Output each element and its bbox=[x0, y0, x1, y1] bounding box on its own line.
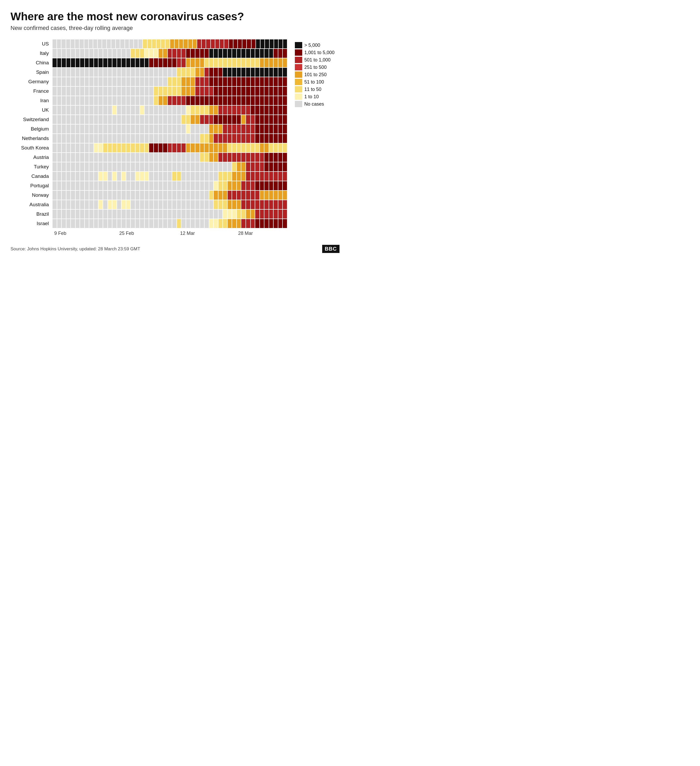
heatmap-cell bbox=[126, 191, 131, 199]
heatmap-cell bbox=[283, 115, 287, 124]
heatmap-cell bbox=[200, 162, 204, 171]
heatmap-cell bbox=[140, 181, 144, 190]
heatmap-cell bbox=[209, 106, 213, 114]
heatmap-cell bbox=[209, 181, 213, 190]
heatmap-cell bbox=[168, 106, 172, 114]
heatmap-cell bbox=[246, 219, 250, 228]
heatmap-cell bbox=[122, 115, 126, 124]
heatmap-cell bbox=[122, 191, 126, 199]
heatmap-cell bbox=[112, 87, 117, 96]
heatmap-cell bbox=[66, 77, 71, 86]
heatmap-cell bbox=[200, 172, 204, 181]
heatmap-cell bbox=[172, 49, 177, 58]
heatmap-cell bbox=[241, 210, 245, 218]
heatmap-cell bbox=[255, 58, 259, 67]
heatmap-cell bbox=[182, 172, 186, 181]
heatmap-cell bbox=[122, 172, 126, 181]
heatmap-cell bbox=[57, 172, 62, 181]
heatmap-cell bbox=[163, 115, 167, 124]
heatmap-cell bbox=[66, 115, 71, 124]
heatmap-cell bbox=[108, 77, 112, 86]
heatmap-cell bbox=[246, 134, 250, 143]
heatmap-cell bbox=[89, 191, 93, 199]
heatmap-cell bbox=[246, 106, 250, 114]
heatmap-cell bbox=[52, 134, 57, 143]
row-country-label: China bbox=[11, 60, 52, 66]
heatmap-cell bbox=[62, 219, 66, 228]
heatmap-cell bbox=[154, 115, 158, 124]
heatmap-cell bbox=[112, 153, 117, 162]
legend-label: 101 to 250 bbox=[304, 72, 327, 78]
heatmap-cell bbox=[122, 210, 126, 218]
heatmap-cell bbox=[89, 200, 93, 209]
heatmap-cell bbox=[76, 125, 80, 133]
heatmap-cell bbox=[191, 115, 195, 124]
table-row: US bbox=[11, 40, 287, 48]
heatmap-cell bbox=[108, 153, 112, 162]
heatmap-cell bbox=[195, 134, 199, 143]
heatmap-cell bbox=[112, 115, 117, 124]
heatmap-cell bbox=[200, 77, 204, 86]
heatmap-cell bbox=[52, 40, 57, 48]
heatmap-cell bbox=[264, 125, 269, 133]
heatmap-cell bbox=[145, 210, 149, 218]
heatmap-cell bbox=[154, 172, 158, 181]
heatmap-cell bbox=[195, 162, 199, 171]
heatmap-cell bbox=[163, 58, 167, 67]
legend-label: 51 to 100 bbox=[304, 79, 324, 85]
bbc-logo: BBC bbox=[322, 245, 340, 253]
heatmap-cell bbox=[126, 181, 131, 190]
heatmap-cell bbox=[264, 77, 269, 86]
heatmap-cell bbox=[52, 96, 57, 105]
heatmap-cell bbox=[76, 58, 80, 67]
heatmap-cell bbox=[57, 96, 62, 105]
heatmap-cell bbox=[205, 181, 209, 190]
heatmap-cell bbox=[108, 134, 112, 143]
heatmap-cell bbox=[76, 153, 80, 162]
heatmap-cell bbox=[94, 134, 98, 143]
heatmap-cell bbox=[57, 210, 62, 218]
cells-container bbox=[52, 219, 287, 228]
heatmap-cell bbox=[186, 68, 190, 77]
heatmap-cell bbox=[283, 153, 287, 162]
heatmap-cell bbox=[191, 200, 195, 209]
heatmap-cell bbox=[223, 153, 227, 162]
heatmap-cell bbox=[149, 87, 153, 96]
heatmap-cell bbox=[205, 210, 209, 218]
heatmap-cell bbox=[255, 210, 259, 218]
heatmap-cell bbox=[228, 115, 232, 124]
heatmap-cell bbox=[136, 96, 140, 105]
heatmap-cell bbox=[273, 143, 278, 152]
table-row: Norway bbox=[11, 191, 287, 199]
heatmap-cell bbox=[255, 49, 259, 58]
heatmap-cell bbox=[154, 106, 158, 114]
heatmap-cell bbox=[205, 49, 209, 58]
heatmap-cell bbox=[191, 77, 195, 86]
heatmap-cell bbox=[94, 153, 98, 162]
heatmap-cell bbox=[94, 210, 98, 218]
heatmap-cell bbox=[195, 68, 199, 77]
heatmap-cell bbox=[57, 134, 62, 143]
heatmap-cell bbox=[168, 58, 172, 67]
heatmap-cell bbox=[108, 87, 112, 96]
heatmap-cell bbox=[122, 49, 126, 58]
heatmap-cell bbox=[159, 49, 163, 58]
heatmap-cell bbox=[214, 96, 218, 105]
heatmap-cell bbox=[163, 96, 167, 105]
heatmap-cell bbox=[108, 200, 112, 209]
heatmap-cell bbox=[264, 143, 269, 152]
heatmap-cell bbox=[117, 77, 121, 86]
heatmap-cell bbox=[112, 181, 117, 190]
heatmap-cell bbox=[76, 162, 80, 171]
heatmap-cell bbox=[172, 68, 177, 77]
heatmap-cell bbox=[223, 200, 227, 209]
heatmap-cell bbox=[71, 49, 75, 58]
row-country-label: UK bbox=[11, 107, 52, 113]
heatmap-cell bbox=[229, 40, 233, 48]
heatmap-cell bbox=[89, 143, 93, 152]
heatmap-cell bbox=[57, 58, 62, 67]
cells-container bbox=[52, 143, 287, 152]
heatmap-cell bbox=[264, 58, 269, 67]
heatmap-cell bbox=[238, 40, 242, 48]
table-row: France bbox=[11, 87, 287, 96]
